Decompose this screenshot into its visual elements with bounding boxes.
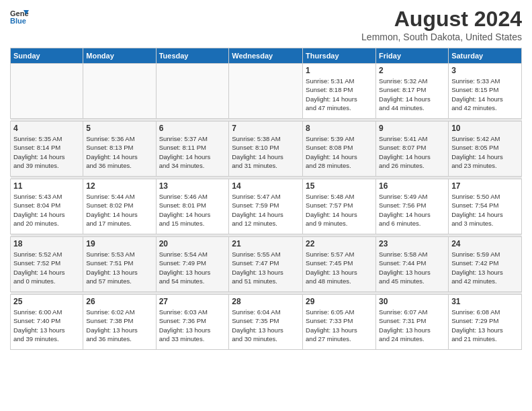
day-info: Sunrise: 5:52 AM Sunset: 7:52 PM Dayligh…: [13, 250, 80, 285]
header-thursday: Thursday: [303, 48, 376, 64]
calendar-week-3: 11Sunrise: 5:43 AM Sunset: 8:04 PM Dayli…: [11, 179, 522, 234]
day-number: 21: [232, 239, 300, 248]
day-number: 20: [159, 239, 226, 248]
day-cell: [229, 64, 303, 119]
day-number: 13: [159, 181, 226, 191]
day-number: 18: [13, 239, 80, 248]
day-cell: 24Sunrise: 5:59 AM Sunset: 7:42 PM Dayli…: [449, 237, 522, 292]
day-cell: 2Sunrise: 5:32 AM Sunset: 8:17 PM Daylig…: [376, 64, 449, 119]
day-number: 6: [159, 124, 226, 133]
day-cell: 29Sunrise: 6:05 AM Sunset: 7:33 PM Dayli…: [303, 295, 376, 350]
day-info: Sunrise: 6:05 AM Sunset: 7:33 PM Dayligh…: [306, 308, 373, 343]
day-info: Sunrise: 5:54 AM Sunset: 7:49 PM Dayligh…: [159, 250, 226, 285]
day-cell: 16Sunrise: 5:49 AM Sunset: 7:56 PM Dayli…: [376, 179, 449, 234]
day-number: 22: [306, 239, 373, 248]
header-monday: Monday: [83, 48, 156, 64]
day-cell: 1Sunrise: 5:31 AM Sunset: 8:18 PM Daylig…: [303, 64, 376, 119]
day-cell: 27Sunrise: 6:03 AM Sunset: 7:36 PM Dayli…: [156, 295, 229, 350]
day-info: Sunrise: 5:39 AM Sunset: 8:08 PM Dayligh…: [306, 134, 373, 170]
day-info: Sunrise: 5:47 AM Sunset: 7:59 PM Dayligh…: [232, 192, 300, 228]
day-cell: 5Sunrise: 5:36 AM Sunset: 8:13 PM Daylig…: [83, 122, 156, 177]
day-number: 25: [13, 297, 80, 306]
weekday-header-row: Sunday Monday Tuesday Wednesday Thursday…: [11, 48, 522, 64]
day-number: 17: [451, 181, 519, 191]
day-info: Sunrise: 5:48 AM Sunset: 7:57 PM Dayligh…: [306, 192, 373, 228]
header-sunday: Sunday: [11, 48, 83, 64]
day-info: Sunrise: 5:53 AM Sunset: 7:51 PM Dayligh…: [86, 250, 152, 285]
day-number: 14: [232, 181, 300, 191]
day-info: Sunrise: 5:41 AM Sunset: 8:07 PM Dayligh…: [379, 134, 445, 170]
day-info: Sunrise: 6:00 AM Sunset: 7:40 PM Dayligh…: [13, 308, 80, 343]
day-info: Sunrise: 5:46 AM Sunset: 8:01 PM Dayligh…: [159, 192, 226, 228]
day-number: 2: [379, 66, 445, 75]
day-info: Sunrise: 5:59 AM Sunset: 7:42 PM Dayligh…: [451, 250, 519, 285]
day-number: 29: [306, 297, 373, 306]
day-number: 7: [232, 124, 300, 133]
day-info: Sunrise: 6:08 AM Sunset: 7:29 PM Dayligh…: [451, 308, 519, 343]
calendar-week-2: 4Sunrise: 5:35 AM Sunset: 8:14 PM Daylig…: [11, 122, 522, 177]
day-cell: [156, 64, 229, 119]
svg-text:Blue: Blue: [10, 17, 26, 25]
logo: General Blue: [10, 7, 29, 26]
day-info: Sunrise: 5:42 AM Sunset: 8:05 PM Dayligh…: [451, 134, 519, 170]
day-info: Sunrise: 5:50 AM Sunset: 7:54 PM Dayligh…: [451, 192, 519, 228]
day-number: 10: [451, 124, 519, 133]
day-cell: 17Sunrise: 5:50 AM Sunset: 7:54 PM Dayli…: [449, 179, 522, 234]
calendar-week-1: 1Sunrise: 5:31 AM Sunset: 8:18 PM Daylig…: [11, 64, 522, 119]
day-cell: 18Sunrise: 5:52 AM Sunset: 7:52 PM Dayli…: [11, 237, 83, 292]
page: General Blue August 2024 Lemmon, South D…: [0, 0, 532, 411]
day-info: Sunrise: 5:55 AM Sunset: 7:47 PM Dayligh…: [232, 250, 300, 285]
day-number: 24: [451, 239, 519, 248]
day-info: Sunrise: 5:32 AM Sunset: 8:17 PM Dayligh…: [379, 77, 445, 112]
day-number: 1: [306, 66, 373, 75]
day-info: Sunrise: 5:35 AM Sunset: 8:14 PM Dayligh…: [13, 134, 80, 170]
day-number: 5: [86, 124, 152, 133]
day-cell: 23Sunrise: 5:58 AM Sunset: 7:44 PM Dayli…: [376, 237, 449, 292]
day-number: 26: [86, 297, 152, 306]
day-info: Sunrise: 5:58 AM Sunset: 7:44 PM Dayligh…: [379, 250, 445, 285]
header-friday: Friday: [376, 48, 449, 64]
day-number: 9: [379, 124, 445, 133]
day-number: 3: [451, 66, 519, 75]
day-number: 30: [379, 297, 445, 306]
day-cell: 6Sunrise: 5:37 AM Sunset: 8:11 PM Daylig…: [156, 122, 229, 177]
day-info: Sunrise: 5:33 AM Sunset: 8:15 PM Dayligh…: [451, 77, 519, 112]
day-cell: 3Sunrise: 5:33 AM Sunset: 8:15 PM Daylig…: [449, 64, 522, 119]
day-cell: 4Sunrise: 5:35 AM Sunset: 8:14 PM Daylig…: [11, 122, 83, 177]
header: General Blue August 2024 Lemmon, South D…: [10, 7, 522, 42]
day-info: Sunrise: 5:43 AM Sunset: 8:04 PM Dayligh…: [13, 192, 80, 228]
day-cell: 9Sunrise: 5:41 AM Sunset: 8:07 PM Daylig…: [376, 122, 449, 177]
day-info: Sunrise: 5:31 AM Sunset: 8:18 PM Dayligh…: [306, 77, 373, 112]
day-number: 19: [86, 239, 152, 248]
day-number: 11: [13, 181, 80, 191]
day-cell: 12Sunrise: 5:44 AM Sunset: 8:02 PM Dayli…: [83, 179, 156, 234]
header-wednesday: Wednesday: [229, 48, 303, 64]
header-saturday: Saturday: [449, 48, 522, 64]
day-cell: 21Sunrise: 5:55 AM Sunset: 7:47 PM Dayli…: [229, 237, 303, 292]
day-cell: [11, 64, 83, 119]
day-number: 16: [379, 181, 445, 191]
logo-icon: General Blue: [10, 7, 29, 26]
day-cell: 25Sunrise: 6:00 AM Sunset: 7:40 PM Dayli…: [11, 295, 83, 350]
calendar-week-5: 25Sunrise: 6:00 AM Sunset: 7:40 PM Dayli…: [11, 295, 522, 350]
day-number: 31: [451, 297, 519, 306]
day-info: Sunrise: 5:38 AM Sunset: 8:10 PM Dayligh…: [232, 134, 300, 170]
day-cell: 11Sunrise: 5:43 AM Sunset: 8:04 PM Dayli…: [11, 179, 83, 234]
day-cell: 30Sunrise: 6:07 AM Sunset: 7:31 PM Dayli…: [376, 295, 449, 350]
day-number: 4: [13, 124, 80, 133]
day-cell: 13Sunrise: 5:46 AM Sunset: 8:01 PM Dayli…: [156, 179, 229, 234]
day-info: Sunrise: 5:37 AM Sunset: 8:11 PM Dayligh…: [159, 134, 226, 170]
day-cell: 22Sunrise: 5:57 AM Sunset: 7:45 PM Dayli…: [303, 237, 376, 292]
day-number: 8: [306, 124, 373, 133]
title-section: August 2024 Lemmon, South Dakota, United…: [361, 7, 522, 42]
day-cell: [83, 64, 156, 119]
day-cell: 19Sunrise: 5:53 AM Sunset: 7:51 PM Dayli…: [83, 237, 156, 292]
day-info: Sunrise: 6:03 AM Sunset: 7:36 PM Dayligh…: [159, 308, 226, 343]
day-info: Sunrise: 5:57 AM Sunset: 7:45 PM Dayligh…: [306, 250, 373, 285]
day-cell: 14Sunrise: 5:47 AM Sunset: 7:59 PM Dayli…: [229, 179, 303, 234]
day-info: Sunrise: 5:36 AM Sunset: 8:13 PM Dayligh…: [86, 134, 152, 170]
day-number: 27: [159, 297, 226, 306]
calendar-week-4: 18Sunrise: 5:52 AM Sunset: 7:52 PM Dayli…: [11, 237, 522, 292]
day-info: Sunrise: 5:44 AM Sunset: 8:02 PM Dayligh…: [86, 192, 152, 228]
day-cell: 31Sunrise: 6:08 AM Sunset: 7:29 PM Dayli…: [449, 295, 522, 350]
